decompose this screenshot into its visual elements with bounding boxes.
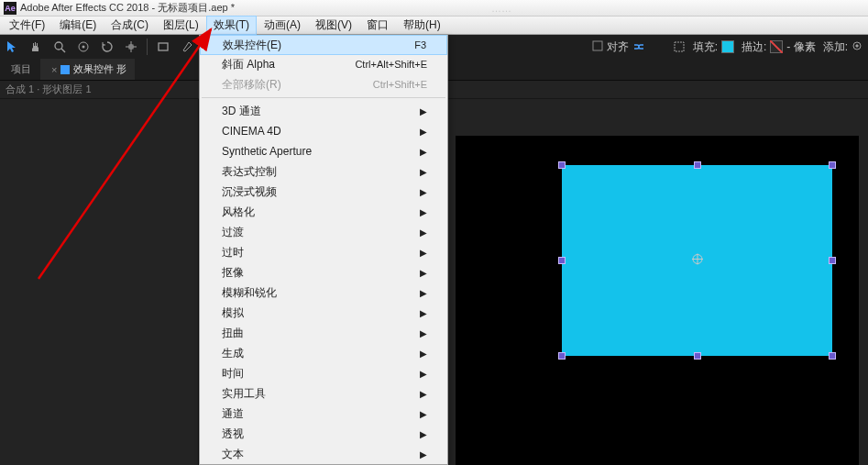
menu-effect-controls[interactable]: 效果控件(E) F3: [200, 35, 447, 55]
svg-rect-10: [675, 42, 684, 51]
menu-distort[interactable]: 扭曲▶: [200, 323, 447, 343]
stroke-px-label: - 像素: [786, 39, 815, 55]
menu-bar: 文件(F) 编辑(E) 合成(C) 图层(L) 效果(T) 动画(A) 视图(V…: [0, 17, 868, 35]
crop-section[interactable]: [673, 40, 686, 53]
svg-line-1: [61, 49, 65, 52]
resize-handle-n[interactable]: [694, 161, 701, 169]
tab-project[interactable]: 项目: [4, 59, 38, 80]
chevron-right-icon: ▶: [420, 389, 427, 399]
menu-item-label: 3D 通道: [222, 104, 261, 119]
snap-toggle-icon[interactable]: [632, 39, 645, 55]
menu-item-shortcut: Ctrl+Shift+E: [373, 79, 427, 90]
zoom-tool-icon[interactable]: [49, 36, 71, 58]
anchor-point-icon[interactable]: [690, 252, 705, 270]
stroke-swatch[interactable]: [770, 40, 783, 53]
menu-item-label: 沉浸式视频: [222, 184, 277, 200]
resize-handle-w[interactable]: [558, 257, 566, 264]
chevron-right-icon: ▶: [420, 248, 427, 258]
tab-ghost: ……: [491, 3, 511, 14]
title-bar: Ae Adobe After Effects CC 2018 - 无标题项目.a…: [0, 0, 868, 17]
menu-item-label: 扭曲: [222, 326, 244, 341]
chevron-right-icon: ▶: [420, 328, 427, 338]
close-icon[interactable]: ×: [51, 64, 57, 75]
menu-channel[interactable]: 通道▶: [200, 404, 447, 424]
add-o-icon[interactable]: [852, 40, 863, 54]
chevron-right-icon: ▶: [420, 349, 427, 359]
resize-handle-sw[interactable]: [558, 352, 566, 360]
menu-3d-channel[interactable]: 3D 通道▶: [200, 101, 447, 121]
chevron-right-icon: ▶: [420, 369, 427, 379]
orbit-tool-icon[interactable]: [72, 36, 94, 58]
menu-item-shortcut: Ctrl+Alt+Shift+E: [355, 59, 427, 70]
effect-controls-panel: [0, 99, 199, 465]
svg-rect-9: [593, 41, 602, 50]
snap-checkbox-icon[interactable]: [592, 40, 603, 54]
fill-swatch[interactable]: [721, 40, 734, 53]
menu-time[interactable]: 时间▶: [200, 363, 447, 383]
svg-point-0: [55, 42, 62, 50]
menu-simulation[interactable]: 模拟▶: [200, 303, 447, 323]
chevron-right-icon: ▶: [420, 127, 427, 137]
fill-section[interactable]: 填充:: [693, 39, 734, 55]
resize-handle-se[interactable]: [829, 352, 836, 360]
resize-handle-e[interactable]: [829, 257, 836, 264]
menu-edit[interactable]: 编辑(E): [52, 16, 104, 35]
shape-layer[interactable]: [562, 165, 832, 356]
pen-tool-icon[interactable]: [176, 36, 198, 58]
add-section[interactable]: 添加:: [823, 39, 863, 55]
menu-immersive-video[interactable]: 沉浸式视频▶: [200, 182, 447, 202]
menu-layer[interactable]: 图层(L): [156, 16, 206, 35]
stroke-section[interactable]: 描边: - 像素: [742, 39, 816, 55]
menu-item-label: 全部移除(R): [222, 77, 281, 93]
menu-composition[interactable]: 合成(C): [104, 16, 156, 35]
menu-cinema-4d[interactable]: CINEMA 4D▶: [200, 121, 447, 141]
menu-bevel-alpha[interactable]: 斜面 Alpha Ctrl+Alt+Shift+E: [200, 54, 447, 74]
menu-file[interactable]: 文件(F): [2, 16, 52, 35]
menu-blur-sharpen[interactable]: 模糊和锐化▶: [200, 282, 447, 303]
anchor-tool-icon[interactable]: [120, 36, 142, 58]
menu-synthetic-aperture[interactable]: Synthetic Aperture▶: [200, 141, 447, 161]
rect-tool-icon[interactable]: [152, 36, 174, 58]
menu-item-label: 过渡: [222, 225, 244, 240]
chevron-right-icon: ▶: [420, 227, 427, 238]
chevron-right-icon: ▶: [420, 268, 427, 278]
svg-rect-7: [159, 43, 168, 50]
menu-help[interactable]: 帮助(H): [396, 16, 448, 35]
menu-animation[interactable]: 动画(A): [257, 16, 308, 35]
menu-obsolete[interactable]: 过时▶: [200, 242, 447, 262]
menu-generate[interactable]: 生成▶: [200, 343, 447, 363]
menu-item-label: 过时: [222, 245, 244, 260]
menu-perspective[interactable]: 透视▶: [200, 424, 447, 444]
menu-view[interactable]: 视图(V): [308, 16, 359, 35]
tab-effect-controls-label: 效果控件 形: [73, 62, 126, 76]
menu-item-label: Synthetic Aperture: [222, 145, 312, 158]
menu-stylize[interactable]: 风格化▶: [200, 202, 447, 222]
menu-item-label: 文本: [222, 447, 244, 462]
chevron-right-icon: ▶: [420, 207, 427, 217]
menu-item-label: CINEMA 4D: [222, 125, 281, 138]
menu-expression-controls[interactable]: 表达式控制▶: [200, 161, 447, 182]
resize-handle-s[interactable]: [694, 352, 701, 360]
chevron-right-icon: ▶: [420, 167, 427, 177]
rotate-tool-icon[interactable]: [96, 36, 118, 58]
menu-keying[interactable]: 抠像▶: [200, 262, 447, 282]
menu-item-label: 实用工具: [222, 386, 266, 402]
menu-utility[interactable]: 实用工具▶: [200, 383, 447, 404]
snap-label: 对齐: [607, 39, 629, 55]
stroke-label: 描边:: [742, 39, 766, 55]
resize-handle-nw[interactable]: [558, 161, 566, 169]
chevron-right-icon: ▶: [420, 106, 427, 116]
fill-label: 填充:: [693, 39, 718, 55]
menu-text[interactable]: 文本▶: [200, 444, 447, 464]
snap-section[interactable]: 对齐: [592, 39, 645, 55]
breadcrumb-text: 合成 1 · 形状图层 1: [5, 83, 92, 96]
chevron-right-icon: ▶: [420, 449, 427, 459]
selection-tool-icon[interactable]: [1, 36, 23, 58]
menu-transition[interactable]: 过渡▶: [200, 222, 447, 242]
tab-effect-controls[interactable]: × 效果控件 形: [40, 59, 135, 80]
menu-effect[interactable]: 效果(T): [206, 16, 257, 35]
app-icon: Ae: [4, 2, 16, 15]
menu-window[interactable]: 窗口: [359, 16, 396, 35]
hand-tool-icon[interactable]: [25, 36, 47, 58]
resize-handle-ne[interactable]: [829, 161, 836, 169]
